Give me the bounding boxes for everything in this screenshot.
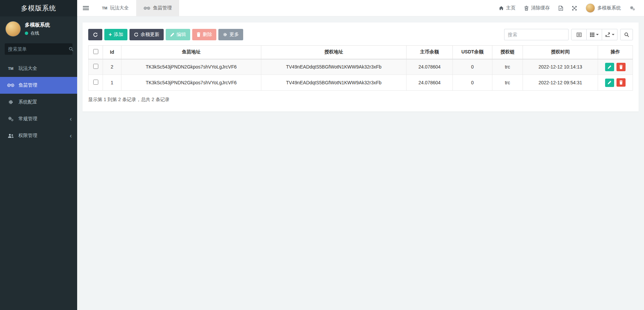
clear-cache-link[interactable]: 清除缓存: [524, 5, 550, 11]
fullscreen-icon[interactable]: [572, 6, 577, 11]
table-search-input[interactable]: [504, 29, 569, 40]
pencil-icon: [607, 81, 611, 85]
balance-update-button[interactable]: 余额更新: [129, 29, 164, 40]
cell-main-balance: 24.078604: [407, 75, 453, 91]
home-icon: [499, 6, 504, 10]
tab-label: 鱼苗管理: [153, 5, 172, 11]
tm-icon: TM: [7, 67, 15, 71]
delete-button[interactable]: 删除: [192, 29, 216, 40]
search-button[interactable]: [620, 29, 633, 40]
record-summary: 显示第 1 到第 2 条记录，总共 2 条记录: [88, 97, 633, 103]
edit-button[interactable]: 编辑: [166, 29, 190, 40]
sidebar-item-general[interactable]: 常规管理 ‹: [0, 110, 77, 127]
row-checkbox[interactable]: [93, 64, 98, 69]
online-dot-icon: [25, 32, 28, 35]
search-icon: [624, 32, 629, 37]
document-icon[interactable]: [558, 6, 563, 11]
user-name: 多模板系统: [25, 22, 50, 28]
sidebar-item-label: 玩法大全: [18, 65, 37, 72]
select-all-checkbox[interactable]: [93, 49, 98, 54]
user-panel: 多模板系统 在线: [0, 16, 77, 40]
sidebar-item-label: 权限管理: [18, 133, 37, 139]
tab-yumiao[interactable]: 鱼苗管理: [136, 0, 179, 16]
add-button[interactable]: + 添加: [104, 29, 127, 40]
column-header-actions: 操作: [598, 46, 633, 59]
column-header-fish-address[interactable]: 鱼苗地址: [121, 46, 261, 59]
row-delete-button[interactable]: [616, 78, 626, 87]
cell-id: 2: [103, 59, 121, 75]
cell-usdt-balance: 0: [453, 59, 492, 75]
grid-columns-icon: [590, 33, 594, 37]
tm-icon: TM: [102, 6, 107, 10]
cell-chain: trc: [492, 75, 523, 91]
topbar-user-name: 多模板系统: [597, 5, 621, 11]
cell-auth-address: TV49nEADdqtS5BGfWotN1KWW9Ak32r3xFb: [261, 75, 407, 91]
pencil-icon: [170, 33, 174, 37]
cell-actions: [598, 75, 633, 91]
caret-down-icon: [612, 34, 614, 35]
trash-icon: [524, 6, 529, 11]
sidebar-item-permissions[interactable]: 权限管理 ‹: [0, 127, 77, 144]
menu-toggle-icon[interactable]: [77, 0, 95, 16]
more-button[interactable]: 更多: [218, 29, 243, 40]
list-view-icon: [577, 33, 582, 37]
cell-fish-address: TK3kSc543jPNDN2Gkpos7shVYoLgJrcVF6: [121, 75, 261, 91]
data-table: Id 鱼苗地址 授权地址 主币余额 USDT余额 授权链 授权时间 操作 2 T…: [88, 45, 633, 91]
cell-auth-time: 2022-12-12 10:14:13: [523, 59, 598, 75]
avatar: [5, 21, 21, 37]
sidebar-search: [5, 43, 72, 55]
chevron-left-icon: ‹: [70, 133, 72, 139]
user-status-label: 在线: [31, 30, 39, 36]
trash-icon: [197, 32, 201, 37]
table-card: + 添加 余额更新 编辑 删除 更多: [83, 23, 639, 112]
main-content: + 添加 余额更新 编辑 删除 更多: [77, 16, 644, 310]
plus-icon: +: [109, 32, 112, 37]
search-icon: [69, 47, 73, 51]
header-checkbox-cell: [89, 46, 103, 59]
cell-main-balance: 24.078604: [407, 59, 453, 75]
sidebar-item-wanfa[interactable]: TM 玩法大全: [0, 60, 77, 77]
user-menu[interactable]: 多模板系统: [586, 3, 621, 13]
settings-gears-icon[interactable]: [630, 6, 635, 11]
column-header-chain[interactable]: 授权链: [492, 46, 523, 59]
sidebar-item-label: 常规管理: [18, 116, 37, 122]
table-row: 2 TK3kSc543jPNDN2Gkpos7shVYoLgJrcVF6 TV4…: [89, 59, 633, 75]
row-edit-button[interactable]: [605, 79, 614, 87]
sidebar-item-config[interactable]: 系统配置: [0, 94, 77, 110]
table-row: 1 TK3kSc543jPNDN2Gkpos7shVYoLgJrcVF6 TV4…: [89, 75, 633, 91]
user-status: 在线: [25, 30, 50, 36]
column-header-auth-address[interactable]: 授权地址: [261, 46, 407, 59]
column-header-auth-time[interactable]: 授权时间: [523, 46, 598, 59]
table-header-row: Id 鱼苗地址 授权地址 主币余额 USDT余额 授权链 授权时间 操作: [89, 46, 633, 59]
binoculars-icon: [144, 6, 150, 10]
sidebar-item-yumiao[interactable]: 鱼苗管理: [0, 77, 77, 94]
row-checkbox[interactable]: [93, 80, 98, 85]
export-button[interactable]: [602, 29, 618, 40]
pencil-icon: [607, 65, 611, 69]
column-header-id[interactable]: Id: [103, 46, 121, 59]
caret-down-icon: [596, 34, 599, 35]
cell-auth-address: TV49nEADdqtS5BGfWotN1KWW9Ak32r3xFb: [261, 59, 407, 75]
row-delete-button[interactable]: [616, 63, 626, 71]
gear-icon: [223, 32, 227, 37]
column-header-usdt-balance[interactable]: USDT余额: [453, 46, 492, 59]
cell-chain: trc: [492, 59, 523, 75]
export-icon: [605, 32, 610, 37]
refresh-button[interactable]: [88, 29, 102, 40]
columns-button[interactable]: [587, 29, 602, 40]
home-link[interactable]: 主页: [499, 5, 516, 11]
cell-auth-time: 2022-12-12 09:54:31: [523, 75, 598, 91]
refresh-icon: [134, 32, 139, 37]
avatar: [586, 3, 595, 13]
cell-fish-address: TK3kSc543jPNDN2Gkpos7shVYoLgJrcVF6: [121, 59, 261, 75]
row-edit-button[interactable]: [605, 63, 614, 71]
tab-bar: TM 玩法大全 鱼苗管理: [95, 0, 179, 16]
column-header-main-balance[interactable]: 主币余额: [407, 46, 453, 59]
toggle-view-button[interactable]: [571, 29, 587, 40]
cell-actions: [598, 59, 633, 75]
sidebar-item-label: 鱼苗管理: [18, 82, 37, 88]
tab-wanfa[interactable]: TM 玩法大全: [95, 0, 136, 16]
sidebar-search-input[interactable]: [8, 46, 69, 52]
sidebar-menu: TM 玩法大全 鱼苗管理 系统配置 常规管理 ‹ 权限管理: [0, 60, 77, 144]
gear-icon: [7, 99, 15, 105]
